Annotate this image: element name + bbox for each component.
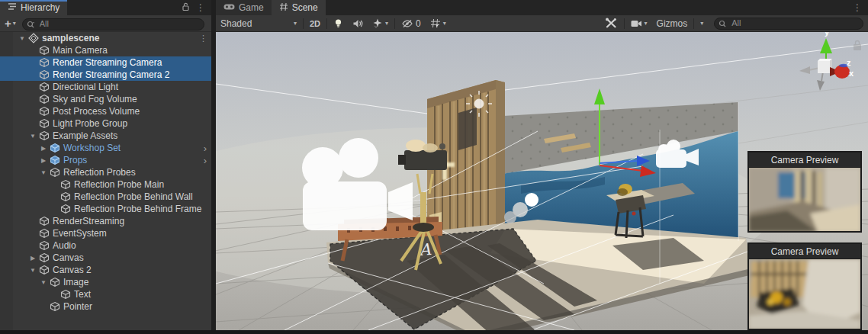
axis-label-y: y	[825, 32, 830, 37]
hierarchy-list-icon	[8, 2, 17, 13]
expander-open-icon[interactable]: ▼	[17, 35, 27, 42]
expander-open-icon[interactable]: ▼	[38, 169, 49, 176]
tree-item[interactable]: ▶Canvas	[0, 252, 211, 264]
tree-item[interactable]: ▼samplescene⋮	[0, 32, 211, 44]
gizmos-label: Gizmos	[657, 18, 688, 29]
cube-icon	[38, 130, 50, 141]
tab-scene-label: Scene	[292, 2, 318, 13]
prefab-cube-icon	[49, 143, 61, 153]
tab-scene[interactable]: Scene	[272, 0, 326, 15]
tree-item[interactable]: Reflection Probe Main	[0, 178, 211, 191]
light-toggle-icon[interactable]	[329, 15, 348, 31]
expander-open-icon[interactable]: ▼	[27, 267, 38, 274]
tree-item[interactable]: ▼Example Assets	[0, 130, 211, 142]
grid-visibility-icon[interactable]: ▾	[426, 15, 451, 31]
expander-closed-icon[interactable]: ▶	[27, 255, 38, 262]
tree-item[interactable]: Text	[0, 288, 211, 300]
focused-tab-accent	[0, 0, 67, 2]
prefab-chevron-icon[interactable]: ›	[204, 155, 207, 166]
grid-caret-icon: ▾	[443, 20, 446, 27]
search-icon	[27, 18, 37, 32]
cube-icon	[49, 301, 61, 312]
tree-item[interactable]: Main Camera	[0, 44, 211, 56]
tree-item-label: Post Process Volume	[53, 106, 140, 117]
tree-item[interactable]: ▼Canvas 2	[0, 264, 211, 276]
tree-item-label: Pointer	[63, 301, 92, 312]
hidden-objects-icon[interactable]: 0	[397, 15, 426, 31]
tree-item[interactable]: ▼Image	[0, 276, 211, 288]
tree-item[interactable]: ▶Workshop Set›	[0, 142, 211, 154]
shading-mode-dropdown[interactable]: Shaded ▾	[216, 15, 301, 31]
tree-item-label: Light Probe Group	[53, 118, 127, 129]
tree-item[interactable]: Render Streaming Camera	[0, 56, 211, 69]
cube-icon	[38, 82, 50, 92]
effects-toggle-icon[interactable]: ▾	[368, 15, 393, 31]
cube-icon	[38, 118, 50, 129]
prefab-cube-icon	[49, 155, 61, 165]
expander-closed-icon[interactable]: ▶	[38, 157, 49, 164]
tree-item[interactable]: Pointer	[0, 300, 211, 313]
tree-item-label: Workshop Set	[63, 143, 121, 153]
tree-item-label: Image	[63, 277, 88, 287]
gizmos-caret-icon: ▾	[700, 20, 703, 27]
unlock-icon[interactable]	[182, 1, 190, 14]
tree-item[interactable]: Audio	[0, 239, 211, 252]
gamepad-icon	[223, 2, 235, 13]
hierarchy-search-input[interactable]	[22, 18, 204, 31]
expander-open-icon[interactable]: ▼	[38, 279, 49, 286]
hierarchy-toolbar: + ▾	[0, 15, 211, 32]
cube-icon	[49, 277, 61, 287]
cube-icon	[38, 252, 50, 263]
tree-item-label: Reflection Probe Behind Frame	[74, 204, 201, 214]
tree-item[interactable]: Directional Light	[0, 81, 211, 93]
scene-row-menu-icon[interactable]: ⋮	[199, 34, 207, 42]
camera-preview-image-1	[749, 167, 860, 231]
hierarchy-search	[22, 16, 204, 31]
component-tools-icon[interactable]	[600, 15, 622, 31]
camera-preview-title: Camera Preview	[749, 244, 860, 259]
tree-item-label: Canvas 2	[53, 265, 92, 275]
tab-hierarchy-label: Hierarchy	[21, 2, 59, 13]
hierarchy-menu-icon[interactable]: ⋮	[196, 4, 205, 11]
camera-settings-icon[interactable]: ▾	[626, 15, 652, 31]
expander-closed-icon[interactable]: ▶	[38, 145, 49, 152]
tree-item[interactable]: ▼Reflection Probes	[0, 166, 211, 178]
add-object-button[interactable]: +	[0, 17, 13, 30]
tree-item[interactable]: Post Process Volume	[0, 105, 211, 117]
cube-icon	[38, 265, 50, 275]
grid-hash-icon	[279, 2, 288, 14]
scene-search-input[interactable]	[714, 18, 863, 30]
gizmos-dropdown[interactable]: Gizmos ▾	[652, 15, 709, 31]
cube-icon	[59, 179, 72, 190]
toggle-2d-button[interactable]: 2D	[305, 15, 325, 31]
tree-item[interactable]: ▶Props›	[0, 154, 211, 166]
cube-icon	[38, 45, 50, 56]
tree-item[interactable]: Reflection Probe Behind Frame	[0, 203, 211, 215]
tree-item-label: Canvas	[53, 252, 84, 263]
tree-item[interactable]: Sky and Fog Volume	[0, 93, 211, 105]
shading-mode-label: Shaded	[220, 18, 252, 29]
tree-item-label: Directional Light	[53, 82, 118, 92]
camera-preview-panel-1: Camera Preview	[747, 151, 862, 233]
effects-caret-icon: ▾	[385, 20, 388, 27]
expander-open-icon[interactable]: ▼	[27, 133, 38, 140]
tab-hierarchy[interactable]: Hierarchy	[0, 0, 67, 15]
scene-menu-icon[interactable]: ⋮	[853, 4, 862, 11]
cube-icon	[59, 191, 72, 202]
tree-item[interactable]: RenderStreaming	[0, 215, 211, 227]
axis-label-z: z	[847, 58, 851, 67]
prefab-chevron-icon[interactable]: ›	[204, 143, 207, 154]
camera-preview-title: Camera Preview	[749, 153, 860, 167]
tab-game[interactable]: Game	[216, 0, 272, 15]
camera-preview-image-2	[749, 259, 860, 329]
audio-toggle-icon[interactable]	[348, 15, 368, 31]
hierarchy-tree: ▼samplescene⋮Main CameraRender Streaming…	[0, 32, 211, 330]
tree-item[interactable]: Light Probe Group	[0, 117, 211, 130]
tree-item[interactable]: EventSystem	[0, 227, 211, 239]
tree-item[interactable]: Reflection Probe Behind Wall	[0, 191, 211, 203]
tree-item[interactable]: Render Streaming Camera 2	[0, 69, 211, 81]
cube-icon	[38, 106, 50, 117]
add-object-caret-icon[interactable]: ▾	[13, 20, 16, 27]
tree-item-label: Reflection Probe Behind Wall	[74, 191, 193, 202]
tree-item-label: Text	[74, 289, 91, 300]
